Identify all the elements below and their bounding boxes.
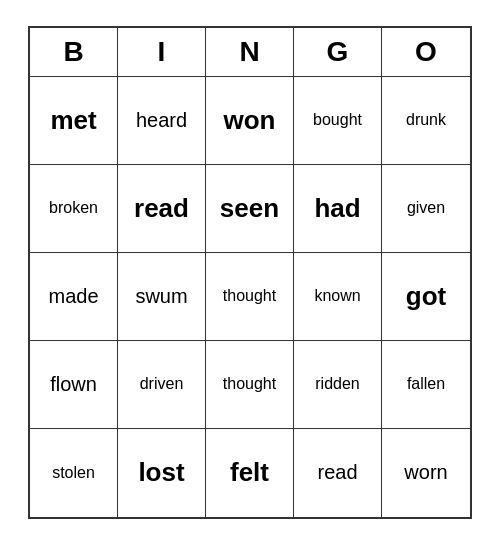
bingo-cell: ridden	[294, 341, 382, 429]
bingo-cell: seen	[206, 165, 294, 253]
cell-text: lost	[138, 457, 184, 488]
cell-text: known	[314, 287, 360, 305]
cell-text: read	[317, 461, 357, 484]
header-letter: G	[294, 28, 382, 77]
bingo-cell: made	[30, 253, 118, 341]
cell-text: broken	[49, 199, 98, 217]
cell-text: ridden	[315, 375, 359, 393]
cell-text: stolen	[52, 464, 95, 482]
cell-text: bought	[313, 111, 362, 129]
bingo-cell: fallen	[382, 341, 470, 429]
cell-text: worn	[404, 461, 447, 484]
bingo-card: BINGO metheardwonboughtdrunkbrokenreadse…	[28, 26, 472, 519]
cell-text: fallen	[407, 375, 445, 393]
bingo-cell: flown	[30, 341, 118, 429]
cell-text: seen	[220, 193, 279, 224]
cell-text: flown	[50, 373, 97, 396]
bingo-cell: felt	[206, 429, 294, 517]
cell-text: swum	[135, 285, 187, 308]
bingo-header: BINGO	[30, 28, 470, 77]
bingo-cell: bought	[294, 77, 382, 165]
cell-text: read	[134, 193, 189, 224]
bingo-cell: got	[382, 253, 470, 341]
cell-text: drunk	[406, 111, 446, 129]
cell-text: driven	[140, 375, 184, 393]
cell-text: had	[314, 193, 360, 224]
bingo-cell: driven	[118, 341, 206, 429]
bingo-cell: read	[294, 429, 382, 517]
bingo-cell: met	[30, 77, 118, 165]
cell-text: won	[224, 105, 276, 136]
bingo-cell: heard	[118, 77, 206, 165]
bingo-cell: had	[294, 165, 382, 253]
cell-text: felt	[230, 457, 269, 488]
header-letter: N	[206, 28, 294, 77]
bingo-cell: thought	[206, 341, 294, 429]
bingo-cell: thought	[206, 253, 294, 341]
bingo-cell: drunk	[382, 77, 470, 165]
bingo-cell: lost	[118, 429, 206, 517]
bingo-cell: broken	[30, 165, 118, 253]
bingo-cell: known	[294, 253, 382, 341]
bingo-cell: read	[118, 165, 206, 253]
bingo-cell: swum	[118, 253, 206, 341]
cell-text: got	[406, 281, 446, 312]
header-letter: B	[30, 28, 118, 77]
cell-text: heard	[136, 109, 187, 132]
cell-text: given	[407, 199, 445, 217]
bingo-cell: given	[382, 165, 470, 253]
cell-text: met	[50, 105, 96, 136]
bingo-grid: metheardwonboughtdrunkbrokenreadseenhadg…	[30, 77, 470, 517]
cell-text: thought	[223, 287, 276, 305]
bingo-cell: worn	[382, 429, 470, 517]
cell-text: thought	[223, 375, 276, 393]
bingo-cell: stolen	[30, 429, 118, 517]
header-letter: I	[118, 28, 206, 77]
header-letter: O	[382, 28, 470, 77]
bingo-cell: won	[206, 77, 294, 165]
cell-text: made	[48, 285, 98, 308]
